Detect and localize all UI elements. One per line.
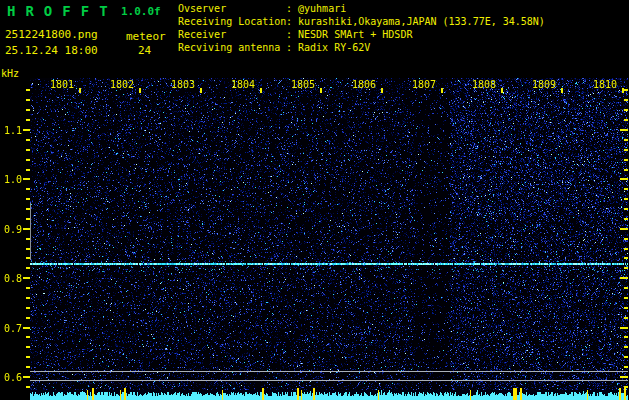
freq-tick-minor-right — [624, 188, 628, 190]
freq-tick-minor — [26, 208, 30, 210]
freq-tick-minor-right — [624, 119, 628, 121]
freq-tick-minor — [26, 139, 30, 141]
freq-tick-minor — [26, 159, 30, 161]
station-label: Receiver — [178, 28, 286, 41]
time-tick-label: 1801 — [40, 79, 74, 90]
output-filename: 2512241800.png — [5, 29, 98, 40]
freq-tick-minor-right — [624, 99, 628, 101]
time-tick — [200, 88, 202, 93]
freq-tick-major-right — [620, 277, 628, 279]
freq-tick-minor-right — [624, 139, 628, 141]
freq-tick-minor — [26, 119, 30, 121]
time-tick — [139, 88, 141, 93]
freq-tick-minor — [26, 386, 30, 388]
freq-tick-minor — [26, 169, 30, 171]
freq-tick-minor-right — [624, 297, 628, 299]
freq-tick-major — [23, 129, 30, 131]
freq-tick-minor-right — [624, 149, 628, 151]
freq-tick-minor-right — [624, 238, 628, 240]
time-tick-label: 1804 — [221, 79, 255, 90]
time-tick-label: 1805 — [281, 79, 315, 90]
time-tick-label: 1810 — [583, 79, 617, 90]
app-version: 1.0.0f — [121, 6, 161, 17]
freq-tick-minor — [26, 198, 30, 200]
station-row: Receiving Location: kurashiki,Okayama,JA… — [178, 15, 545, 28]
station-row: Ovserver: @yuhmari — [178, 2, 545, 15]
station-value: : Radix RY-62V — [286, 41, 370, 54]
time-tick-label: 1806 — [342, 79, 376, 90]
station-row: Recviving antenna: Radix RY-62V — [178, 41, 545, 54]
observation-name: meteor — [126, 31, 166, 42]
freq-tick-minor — [26, 267, 30, 269]
observation-datetime: 25.12.24 18:00 — [5, 45, 98, 56]
spectrogram-canvas — [30, 78, 628, 400]
freq-tick-minor — [26, 317, 30, 319]
freq-tick-minor — [26, 297, 30, 299]
freq-tick-major — [23, 376, 30, 378]
freq-tick-minor — [26, 149, 30, 151]
freq-tick-minor-right — [624, 159, 628, 161]
freq-tick-minor — [26, 356, 30, 358]
station-info: Ovserver: @yuhmariReceiving Location: ku… — [178, 2, 545, 54]
time-tick — [501, 88, 503, 93]
freq-tick-label: 1.1 — [0, 125, 22, 136]
frequency-unit-label: kHz — [1, 69, 19, 79]
freq-tick-minor-right — [624, 208, 628, 210]
station-value: : NESDR SMArt + HDSDR — [286, 28, 412, 41]
time-tick — [561, 88, 563, 93]
time-tick-label: 1809 — [522, 79, 556, 90]
time-tick — [320, 88, 322, 93]
time-tick-label: 1803 — [161, 79, 195, 90]
freq-tick-minor — [26, 346, 30, 348]
freq-tick-minor — [26, 89, 30, 91]
freq-tick-minor — [26, 307, 30, 309]
station-value: : @yuhmari — [286, 2, 346, 15]
time-tick-label: 1808 — [462, 79, 496, 90]
freq-tick-minor-right — [624, 317, 628, 319]
freq-tick-label: 0.8 — [0, 273, 22, 284]
freq-tick-major-right — [620, 376, 628, 378]
freq-tick-major — [23, 228, 30, 230]
freq-tick-label: 0.9 — [0, 224, 22, 235]
freq-tick-major-right — [620, 129, 628, 131]
freq-tick-minor-right — [624, 356, 628, 358]
freq-tick-minor-right — [624, 248, 628, 250]
freq-tick-major — [23, 327, 30, 329]
station-value: : kurashiki,Okayama,JAPAN (133.77E, 34.5… — [286, 15, 545, 28]
freq-tick-minor — [26, 287, 30, 289]
freq-tick-major-right — [620, 228, 628, 230]
freq-tick-major — [23, 178, 30, 180]
freq-tick-minor-right — [624, 257, 628, 259]
time-tick — [441, 88, 443, 93]
app-title: HROFFT — [7, 4, 118, 18]
time-tick — [622, 88, 624, 93]
freq-tick-minor — [26, 248, 30, 250]
hrofft-screen: HROFFT 1.0.0f 2512241800.png meteor 25.1… — [0, 0, 629, 400]
freq-tick-minor — [26, 238, 30, 240]
freq-tick-minor-right — [624, 307, 628, 309]
freq-tick-minor-right — [624, 386, 628, 388]
freq-tick-minor-right — [624, 267, 628, 269]
station-row: Receiver: NESDR SMArt + HDSDR — [178, 28, 545, 41]
freq-tick-major-right — [620, 178, 628, 180]
time-tick-label: 1802 — [100, 79, 134, 90]
meteor-count: 24 — [138, 45, 151, 56]
freq-tick-label: 0.7 — [0, 323, 22, 334]
freq-tick-minor-right — [624, 287, 628, 289]
time-tick — [260, 88, 262, 93]
freq-tick-label: 1.0 — [0, 174, 22, 185]
freq-tick-major — [23, 277, 30, 279]
freq-tick-minor-right — [624, 218, 628, 220]
freq-tick-minor — [26, 336, 30, 338]
freq-tick-minor-right — [624, 198, 628, 200]
time-tick — [381, 88, 383, 93]
freq-tick-minor — [26, 366, 30, 368]
freq-tick-minor-right — [624, 109, 628, 111]
freq-tick-minor — [26, 109, 30, 111]
station-label: Recviving antenna — [178, 41, 286, 54]
freq-tick-minor-right — [624, 346, 628, 348]
station-label: Receiving Location — [178, 15, 286, 28]
freq-tick-minor-right — [624, 169, 628, 171]
time-tick-label: 1807 — [402, 79, 436, 90]
freq-tick-minor-right — [624, 336, 628, 338]
